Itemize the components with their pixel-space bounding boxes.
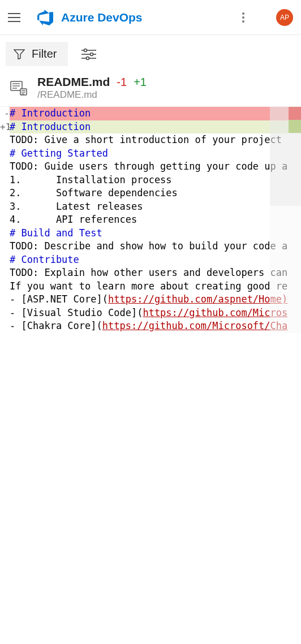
diff-line: - [ASP.NET Core](https://github.com/aspn… bbox=[0, 293, 301, 306]
brand-title: Azure DevOps bbox=[61, 11, 143, 24]
diff-view[interactable]: -# Introduction+1# IntroductionTODO: Giv… bbox=[0, 106, 301, 333]
diff-line: # Build and Test bbox=[0, 227, 301, 240]
menu-icon[interactable] bbox=[8, 11, 20, 24]
diff-line: TODO: Explain how other users and develo… bbox=[0, 266, 301, 280]
svg-point-1 bbox=[84, 49, 87, 51]
filter-icon bbox=[14, 49, 25, 59]
diff-line: TODO: Guide users through getting your c… bbox=[0, 160, 301, 174]
settings-icon[interactable] bbox=[78, 45, 100, 64]
file-header: README.md -1 +1 /README.md bbox=[0, 73, 301, 106]
more-menu-icon[interactable] bbox=[238, 8, 249, 27]
minimap[interactable] bbox=[270, 107, 301, 333]
diff-line: # Getting Started bbox=[0, 147, 301, 161]
diff-line: # Contribute bbox=[0, 253, 301, 267]
diff-line: TODO: Give a short introduction of your … bbox=[0, 133, 301, 147]
diff-line: +1# Introduction bbox=[0, 120, 301, 134]
diff-line: - [Visual Studio Code](https://github.co… bbox=[0, 306, 301, 320]
diff-line: 1. Installation process bbox=[0, 174, 301, 187]
toolbar: Filter bbox=[0, 35, 301, 73]
app-header: Azure DevOps AP bbox=[0, 0, 301, 35]
svg-point-5 bbox=[87, 57, 89, 59]
svg-point-3 bbox=[91, 53, 93, 55]
diff-added-count: +1 bbox=[134, 76, 147, 89]
avatar[interactable]: AP bbox=[276, 9, 293, 26]
minimap-thumb[interactable] bbox=[270, 107, 301, 206]
diff-line: 3. Latest releases bbox=[0, 200, 301, 214]
diff-line: 2. Software dependencies bbox=[0, 187, 301, 200]
filter-button[interactable]: Filter bbox=[6, 42, 68, 66]
diff-removed-count: -1 bbox=[117, 76, 127, 89]
diff-file-icon bbox=[10, 81, 27, 96]
diff-line: -# Introduction bbox=[0, 107, 301, 120]
brand[interactable]: Azure DevOps bbox=[37, 10, 143, 25]
file-path: /README.md bbox=[37, 89, 147, 101]
diff-line: 4. API references bbox=[0, 213, 301, 227]
azure-devops-icon bbox=[37, 10, 53, 25]
file-name: README.md bbox=[37, 75, 110, 89]
filter-label: Filter bbox=[32, 47, 57, 60]
diff-line: - [Chakra Core](https://github.com/Micro… bbox=[0, 319, 301, 333]
diff-line: TODO: Describe and show how to build you… bbox=[0, 240, 301, 253]
diff-line: If you want to learn more about creating… bbox=[0, 280, 301, 293]
